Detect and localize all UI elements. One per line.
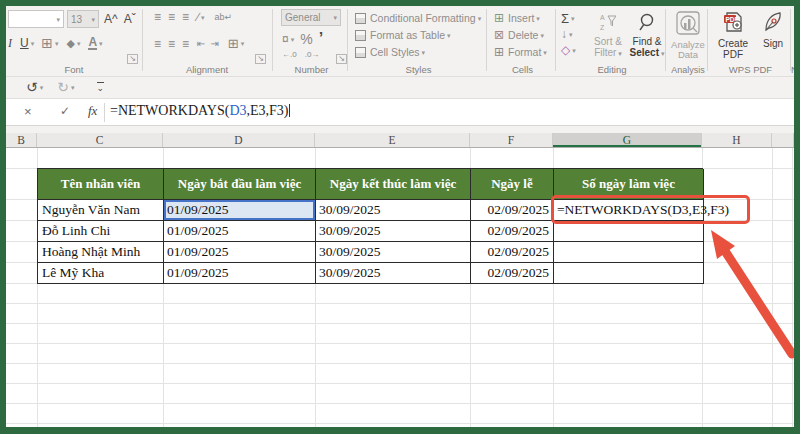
align-left-icon[interactable]: ≡ [154,38,161,50]
cell-D5[interactable]: 01/09/2025 [164,242,316,263]
format-cells-button[interactable]: ⊞Format▾ [494,46,547,58]
undo-icon[interactable]: ↺ [26,80,38,94]
underline-icon[interactable]: U [20,37,29,49]
cancel-icon[interactable]: × [24,104,32,119]
fill-button[interactable]: ↓▾ [561,28,573,40]
font-name-combo[interactable]: ▾ [8,10,64,28]
dialog-launcher-icon[interactable]: ↘ [127,54,138,64]
chevron-down-icon: ▾ [536,15,540,22]
number-format-combo[interactable]: General▾ [281,9,341,26]
chevron-down-icon: ▾ [661,50,665,57]
cell-E6[interactable]: 30/09/2025 [316,263,471,284]
header-cell-E2[interactable]: Ngày kết thúc làm việc [316,169,471,200]
find-select-button[interactable]: Find &Select▾ [629,12,665,58]
chevron-down-icon[interactable]: ▾ [71,84,75,91]
column-header-partial[interactable] [772,133,794,147]
header-cell-D2[interactable]: Ngày bắt đầu làm việc [164,169,316,200]
align-right-icon[interactable]: ≡ [182,38,189,50]
delete-cells-button[interactable]: ⊠Delete▾ [494,29,544,41]
cell-G4[interactable] [554,221,704,242]
format-as-table-button[interactable]: Format as Table▾ [355,29,451,41]
fill-color-icon[interactable]: ◆ [66,38,74,49]
chevron-down-icon[interactable]: ▾ [201,14,205,21]
header-cell-F2[interactable]: Ngày lễ [471,169,554,200]
sheet-grid[interactable]: Tên nhân viên Ngày bắt đầu làm việc Ngày… [6,148,794,427]
increase-decimal-icon[interactable]: ←.0 [282,51,297,59]
cell-C6[interactable]: Lê Mỹ Kha [38,263,164,284]
chevron-down-icon[interactable]: ▾ [291,36,295,43]
customize-toolbar-icon[interactable]: ⌄ [97,82,105,93]
column-header-B[interactable]: B [6,133,37,147]
chevron-down-icon[interactable]: ▾ [241,40,245,47]
insert-function-icon[interactable]: fx [88,103,97,119]
chevron-down-icon[interactable]: ▾ [77,40,81,47]
cell-E3[interactable]: 30/09/2025 [316,200,471,221]
comma-style-icon[interactable]: ’ [319,31,323,47]
chevron-down-icon[interactable]: ▾ [99,40,103,47]
autosum-button[interactable]: Σ▾ [561,12,575,25]
cell-E4[interactable]: 30/09/2025 [316,221,471,242]
font-color-icon[interactable]: A [88,36,97,50]
chevron-down-icon[interactable]: ▾ [40,84,44,91]
cell-F4[interactable]: 02/09/2025 [471,221,554,242]
column-header-F[interactable]: F [470,133,553,147]
insert-cells-button[interactable]: ⊞Insert▾ [494,12,540,24]
italic-icon[interactable]: I [8,37,12,49]
formula-input[interactable]: =NETWORKDAYS(D3,E3,F3) [110,103,290,119]
cell-F6[interactable]: 02/09/2025 [471,263,554,284]
cell-G6[interactable] [554,263,704,284]
sign-pen-icon [762,10,784,34]
chevron-down-icon[interactable]: ▾ [55,40,59,47]
cell-C3[interactable]: Nguyễn Văn Nam [38,200,164,221]
chevron-down-icon[interactable]: ▾ [31,40,35,47]
wrap-text-icon[interactable]: ab↵ [215,13,233,22]
cell-D3-referenced[interactable]: 01/09/2025 [164,200,316,221]
cell-E5[interactable]: 30/09/2025 [316,242,471,263]
align-bottom-icon[interactable]: ≡ [182,11,189,23]
group-label-styles: Styles [351,64,486,75]
sign-button[interactable]: Sign [758,10,788,49]
cell-F5[interactable]: 02/09/2025 [471,242,554,263]
orientation-icon[interactable]: ∕ [197,11,199,23]
sort-filter-button[interactable]: AZ Sort &Filter▾ [589,12,627,58]
header-cell-C2[interactable]: Tên nhân viên [38,169,164,200]
cell-D6[interactable]: 01/09/2025 [164,263,316,284]
borders-icon[interactable]: ⊞ [41,36,53,50]
font-size-combo[interactable]: 13▾ [67,10,99,28]
percent-style-icon[interactable]: % [300,32,312,46]
decrease-decimal-icon[interactable]: .0→ [305,51,320,59]
cell-D4[interactable]: 01/09/2025 [164,221,316,242]
format-cells-icon: ⊞ [494,46,504,58]
column-header-C[interactable]: C [37,133,163,147]
increase-indent-icon[interactable]: ⇥ [210,39,218,49]
svg-text:A: A [600,14,605,21]
grow-font-icon[interactable]: A^ [104,13,118,25]
column-header-E[interactable]: E [315,133,470,147]
align-center-icon[interactable]: ≡ [168,38,175,50]
clear-button[interactable]: ◇▾ [561,44,576,56]
align-top-icon[interactable]: ≡ [154,11,161,23]
align-middle-icon[interactable]: ≡ [168,11,175,23]
column-header-D[interactable]: D [163,133,315,147]
shrink-font-icon[interactable]: Aˇ [124,13,136,25]
analyze-data-button[interactable]: AnalyzeData [669,10,707,60]
decrease-indent-icon[interactable]: ⇤ [197,39,205,49]
cell-C4[interactable]: Đỗ Linh Chi [38,221,164,242]
text-cursor [289,104,290,117]
column-header-H[interactable]: H [702,133,772,147]
redo-icon[interactable]: ↻ [57,80,69,94]
dialog-launcher-icon[interactable]: ↘ [336,54,347,64]
cell-styles-button[interactable]: Cell Styles▾ [355,46,425,58]
chevron-down-icon: ▾ [422,49,426,56]
conditional-formatting-button[interactable]: Conditional Formatting▾ [355,12,481,24]
dialog-launcher-icon[interactable]: ↘ [255,54,266,64]
enter-icon[interactable]: ✓ [60,104,70,118]
merge-center-icon[interactable]: ⊞ [228,37,239,50]
group-divider [486,9,487,71]
create-pdf-button[interactable]: PDF CreatePDF [713,10,753,60]
accounting-format-icon[interactable]: ¤ [282,33,289,45]
cell-C5[interactable]: Hoàng Nhật Minh [38,242,164,263]
column-header-G[interactable]: G [553,133,702,147]
cell-G5[interactable] [554,242,704,263]
cell-F3[interactable]: 02/09/2025 [471,200,554,221]
